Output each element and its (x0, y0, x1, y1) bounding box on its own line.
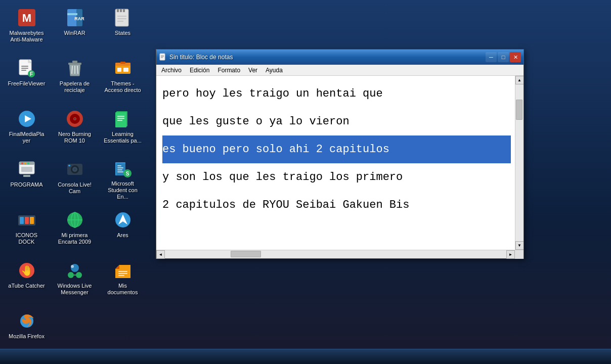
notepad-content: pero hoy les traigo un hentai que que le… (156, 76, 523, 250)
scroll-track-v[interactable] (515, 84, 523, 241)
svg-rect-62 (20, 217, 24, 224)
desktop-icons-area: M Malwarebytes Anti-Malware RAR WinRAR (0, 0, 147, 349)
svg-rect-28 (123, 68, 128, 72)
icon-label-microsoft: Microsoft Student con En... (104, 180, 142, 201)
menu-ver[interactable]: Ver (244, 66, 261, 75)
icon-misdoc[interactable]: Mis documentos (101, 258, 144, 303)
svg-point-35 (74, 118, 75, 120)
svg-rect-4 (67, 13, 77, 15)
icon-freefileviewer[interactable]: F FreeFileViewer (5, 56, 48, 101)
svg-text:S: S (125, 171, 129, 176)
svg-rect-17 (21, 70, 26, 71)
icon-label-finalmediaplayer: FinalMediaPlayer (8, 131, 46, 144)
svg-rect-47 (23, 175, 30, 177)
svg-rect-56 (117, 167, 123, 168)
svg-point-51 (74, 168, 76, 170)
icon-encarta[interactable]: Mi primera Encarta 2009 (53, 207, 96, 253)
scroll-right-arrow[interactable]: ► (506, 250, 515, 259)
icon-iconos[interactable]: ICONOS DOCK (5, 207, 48, 253)
svg-rect-29 (120, 62, 125, 64)
text-line-3: y son los que les traigo los primero (162, 163, 511, 191)
svg-text:RAR: RAR (74, 16, 84, 21)
scrollbar-horizontal[interactable]: ◄ ► (156, 250, 523, 258)
svg-rect-27 (117, 68, 121, 72)
icon-nero[interactable]: Nero Burning ROM 10 (53, 106, 96, 152)
icon-learning[interactable]: Learning Essentials pa... (101, 106, 144, 152)
icon-ares[interactable]: Ares (101, 207, 144, 253)
svg-point-44 (24, 162, 26, 164)
svg-rect-57 (117, 169, 122, 170)
icon-consola[interactable]: Consola Live! Cam (53, 157, 96, 202)
icon-themes[interactable]: Themes - Acceso directo (101, 56, 144, 101)
notepad-window: Sin titulo: Bloc de notas ─ □ ✕ Archivo … (156, 49, 524, 259)
icon-atube[interactable]: 🤚 aTube Catcher (5, 258, 48, 303)
icon-firefox[interactable]: Mozilla Firefox (5, 308, 48, 354)
notepad-text-area[interactable]: pero hoy les traigo un hentai que que le… (156, 76, 515, 250)
svg-rect-21 (72, 61, 77, 63)
icon-label-learning: Learning Essentials pa... (104, 131, 142, 144)
icon-label-malwarebytes: Malwarebytes Anti-Malware (8, 30, 46, 43)
svg-point-76 (71, 265, 74, 268)
notepad-icon (159, 53, 167, 61)
scroll-track-h[interactable] (165, 250, 506, 258)
icon-label-consola: Consola Live! Cam (56, 181, 94, 195)
svg-point-73 (68, 272, 74, 278)
scroll-down-arrow[interactable]: ▼ (515, 241, 524, 250)
menu-archivo[interactable]: Archivo (157, 66, 186, 75)
icon-label-states: States (115, 30, 130, 36)
svg-rect-79 (118, 275, 124, 276)
svg-point-43 (21, 162, 23, 164)
svg-rect-58 (117, 171, 123, 172)
titlebar-buttons: ─ □ ✕ (486, 52, 521, 62)
icon-label-misdoc: Mis documentos (104, 283, 142, 296)
icon-label-wlm: Windows Live Messenger (56, 283, 94, 296)
menu-ayuda[interactable]: Ayuda (261, 66, 287, 75)
svg-point-45 (27, 162, 29, 164)
svg-text:🤚: 🤚 (20, 264, 33, 277)
icon-label-nero: Nero Burning ROM 10 (56, 131, 94, 144)
svg-line-22 (72, 66, 72, 74)
icon-malwarebytes[interactable]: M Malwarebytes Anti-Malware (5, 5, 48, 51)
maximize-button[interactable]: □ (498, 52, 509, 62)
scroll-left-arrow[interactable]: ◄ (156, 250, 165, 259)
svg-rect-9 (123, 9, 125, 12)
text-line-0: pero hoy les traigo un hentai que (162, 80, 511, 108)
titlebar-left: Sin titulo: Bloc de notas (159, 53, 233, 61)
icon-label-winrar: WinRAR (64, 30, 85, 36)
notepad-titlebar[interactable]: Sin titulo: Bloc de notas ─ □ ✕ (156, 50, 523, 65)
scroll-corner (515, 250, 523, 259)
svg-rect-55 (117, 165, 121, 166)
svg-rect-52 (68, 165, 70, 166)
taskbar (0, 349, 611, 364)
scrollbar-vertical[interactable]: ▲ ▼ (515, 76, 523, 250)
svg-rect-16 (21, 68, 28, 69)
scroll-up-arrow[interactable]: ▲ (515, 76, 524, 84)
menu-formato[interactable]: Formato (213, 66, 244, 75)
icon-label-freefileviewer: FreeFileViewer (8, 80, 46, 87)
icon-label-programa: PROGRAMA (10, 181, 42, 188)
scroll-thumb-h[interactable] (231, 251, 261, 257)
icon-programa[interactable]: PROGRAMA (5, 157, 48, 202)
icon-label-papelera: Papelera de reciclaje (56, 80, 94, 94)
notepad-title: Sin titulo: Bloc de notas (169, 54, 233, 61)
minimize-button[interactable]: ─ (486, 52, 497, 62)
icon-papelera[interactable]: Papelera de reciclaje (53, 56, 96, 101)
icon-finalmediaplayer[interactable]: FinalMediaPlayer (5, 106, 48, 152)
icon-label-firefox: Mozilla Firefox (9, 333, 45, 340)
svg-rect-37 (115, 112, 126, 127)
close-button[interactable]: ✕ (510, 52, 521, 62)
icon-label-encarta: Mi primera Encarta 2009 (56, 232, 94, 245)
svg-text:M: M (22, 12, 31, 24)
icon-states[interactable]: States (101, 5, 144, 51)
text-line-2: es bueno pero solo ahi 2 capitulos (162, 135, 511, 163)
icon-winrar[interactable]: RAR WinRAR (53, 5, 96, 51)
svg-text:F: F (29, 71, 32, 77)
menu-edicion[interactable]: Edición (186, 66, 213, 75)
svg-rect-78 (118, 273, 127, 274)
icon-label-iconos: ICONOS DOCK (8, 232, 46, 245)
svg-rect-8 (120, 9, 122, 12)
icon-microsoft[interactable]: S Microsoft Student con En... (101, 157, 144, 202)
svg-point-74 (76, 272, 82, 278)
scroll-thumb-v[interactable] (516, 100, 522, 120)
icon-wlm[interactable]: Windows Live Messenger (53, 258, 96, 303)
